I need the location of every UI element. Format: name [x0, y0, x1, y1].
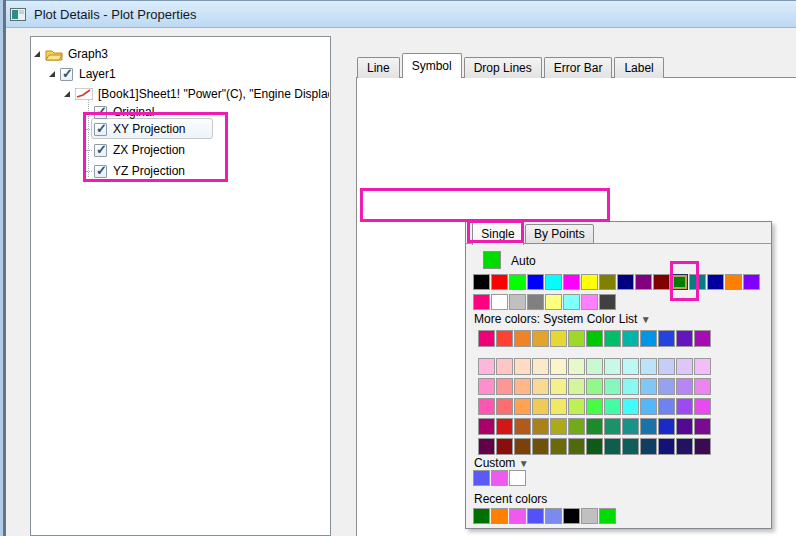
color-swatch[interactable]	[563, 294, 580, 310]
color-swatch[interactable]	[658, 378, 675, 395]
color-picker-popup[interactable]: Single By Points Auto More colors: Syste…	[465, 221, 772, 529]
color-swatch[interactable]	[478, 330, 495, 347]
color-swatch[interactable]	[509, 274, 526, 290]
color-swatch[interactable]	[694, 398, 711, 415]
color-swatch[interactable]	[599, 274, 616, 290]
color-swatch[interactable]	[509, 508, 526, 524]
color-swatch[interactable]	[676, 418, 693, 435]
color-swatch[interactable]	[550, 398, 567, 415]
color-swatch[interactable]	[658, 358, 675, 375]
color-swatch[interactable]	[568, 378, 585, 395]
color-swatch[interactable]	[478, 378, 495, 395]
tree-item-original[interactable]: Original	[86, 103, 154, 121]
title-bar[interactable]: Plot Details - Plot Properties	[0, 0, 796, 28]
color-swatch[interactable]	[604, 358, 621, 375]
color-swatch[interactable]	[599, 508, 616, 524]
tab-symbol[interactable]: Symbol	[402, 53, 462, 78]
color-swatch[interactable]	[671, 274, 688, 290]
color-swatch[interactable]	[622, 418, 639, 435]
expand-arrow-icon[interactable]	[64, 91, 70, 97]
color-swatch[interactable]	[532, 330, 549, 347]
tree-item-layer1[interactable]: Layer1	[49, 65, 116, 83]
color-swatch[interactable]	[473, 508, 490, 524]
color-swatch[interactable]	[514, 358, 531, 375]
tree-item-zx-projection[interactable]: ZX Projection	[86, 141, 185, 159]
zx-projection-checkbox[interactable]	[94, 144, 107, 157]
color-swatch[interactable]	[640, 398, 657, 415]
color-swatch[interactable]	[473, 274, 490, 290]
color-swatch[interactable]	[496, 378, 513, 395]
color-swatch[interactable]	[640, 358, 657, 375]
original-checkbox[interactable]	[94, 106, 107, 119]
color-swatch[interactable]	[694, 378, 711, 395]
color-swatch[interactable]	[725, 274, 742, 290]
color-swatch[interactable]	[532, 398, 549, 415]
color-swatch[interactable]	[550, 438, 567, 455]
color-swatch[interactable]	[581, 274, 598, 290]
more-colors-link[interactable]: More colors: System Color List ▼	[474, 312, 651, 326]
color-swatch[interactable]	[532, 438, 549, 455]
color-swatch[interactable]	[563, 274, 580, 290]
xy-projection-checkbox[interactable]	[94, 123, 107, 136]
color-swatch[interactable]	[550, 330, 567, 347]
color-swatch[interactable]	[514, 330, 531, 347]
color-swatch[interactable]	[604, 378, 621, 395]
tree-item-plot[interactable]: [Book1]Sheet1! "Power"(C), "Engine Displ…	[64, 85, 329, 103]
auto-label[interactable]: Auto	[511, 254, 536, 268]
color-swatch[interactable]	[640, 418, 657, 435]
tab-error-bar[interactable]: Error Bar	[544, 57, 613, 78]
custom-link[interactable]: Custom ▼	[474, 456, 529, 470]
color-swatch[interactable]	[527, 508, 544, 524]
color-swatch[interactable]	[509, 470, 526, 486]
color-swatch[interactable]	[689, 274, 706, 290]
color-swatch[interactable]	[581, 508, 598, 524]
color-swatch[interactable]	[496, 330, 513, 347]
color-swatch[interactable]	[586, 358, 603, 375]
color-swatch[interactable]	[586, 438, 603, 455]
tree-item-yz-projection[interactable]: YZ Projection	[86, 162, 185, 180]
color-swatch[interactable]	[586, 330, 603, 347]
color-swatch[interactable]	[622, 378, 639, 395]
color-swatch[interactable]	[496, 398, 513, 415]
color-swatch[interactable]	[694, 418, 711, 435]
expand-arrow-icon[interactable]	[49, 71, 55, 77]
color-swatch[interactable]	[653, 274, 670, 290]
plot-tree-panel[interactable]: Graph3 Layer1 [Book1]Sheet1! "Power"(C),…	[30, 36, 331, 536]
yz-projection-checkbox[interactable]	[94, 165, 107, 178]
color-swatch[interactable]	[491, 294, 508, 310]
color-swatch[interactable]	[478, 418, 495, 435]
color-swatch[interactable]	[604, 418, 621, 435]
color-swatch[interactable]	[568, 358, 585, 375]
color-swatch[interactable]	[676, 398, 693, 415]
color-swatch[interactable]	[509, 294, 526, 310]
color-swatch[interactable]	[491, 508, 508, 524]
color-swatch[interactable]	[491, 470, 508, 486]
color-swatch[interactable]	[640, 438, 657, 455]
color-swatch[interactable]	[514, 438, 531, 455]
expand-arrow-icon[interactable]	[34, 51, 40, 57]
color-swatch[interactable]	[586, 378, 603, 395]
tab-single[interactable]: Single	[472, 222, 524, 245]
tab-drop-lines[interactable]: Drop Lines	[464, 57, 542, 78]
color-swatch[interactable]	[622, 330, 639, 347]
color-swatch[interactable]	[694, 438, 711, 455]
color-swatch[interactable]	[545, 294, 562, 310]
tab-label[interactable]: Label	[614, 57, 663, 78]
color-swatch[interactable]	[604, 438, 621, 455]
color-swatch[interactable]	[514, 378, 531, 395]
color-swatch[interactable]	[532, 358, 549, 375]
color-swatch[interactable]	[514, 398, 531, 415]
color-swatch[interactable]	[599, 294, 616, 310]
color-swatch[interactable]	[491, 274, 508, 290]
tree-item-xy-projection[interactable]: XY Projection	[86, 120, 186, 138]
color-swatch[interactable]	[635, 274, 652, 290]
color-swatch[interactable]	[527, 274, 544, 290]
color-swatch[interactable]	[496, 418, 513, 435]
color-swatch[interactable]	[478, 358, 495, 375]
color-swatch[interactable]	[473, 294, 490, 310]
color-swatch[interactable]	[568, 418, 585, 435]
color-swatch[interactable]	[545, 508, 562, 524]
color-swatch[interactable]	[496, 438, 513, 455]
tab-by-points[interactable]: By Points	[525, 224, 594, 244]
color-swatch[interactable]	[622, 398, 639, 415]
